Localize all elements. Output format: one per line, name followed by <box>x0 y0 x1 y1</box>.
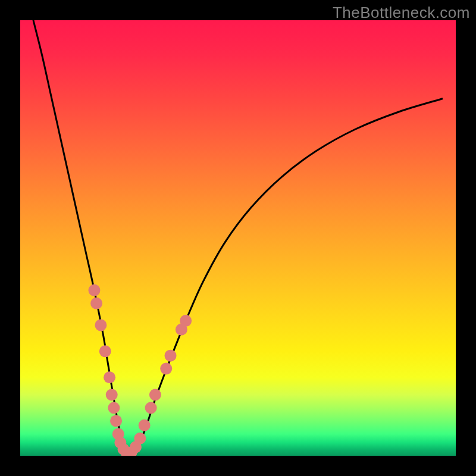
sample-point <box>134 433 146 444</box>
bottleneck-curve-path <box>33 20 443 456</box>
sample-point <box>90 298 102 309</box>
sample-point <box>110 415 122 427</box>
sample-point <box>145 402 157 414</box>
sample-point <box>106 389 118 401</box>
bottleneck-curve <box>33 20 443 456</box>
outer-frame: TheBottleneck.com <box>0 0 476 476</box>
sample-point <box>165 350 177 362</box>
sample-point <box>104 371 115 383</box>
sample-point <box>160 363 172 375</box>
sample-point <box>99 345 111 357</box>
watermark-text: TheBottleneck.com <box>333 4 470 22</box>
sample-points <box>88 284 192 456</box>
sample-point <box>95 319 107 331</box>
sample-point <box>180 315 192 327</box>
sample-point <box>88 284 100 296</box>
sample-point <box>139 419 151 431</box>
sample-point <box>108 402 120 414</box>
chart-overlay <box>20 20 456 456</box>
sample-point <box>149 389 161 401</box>
